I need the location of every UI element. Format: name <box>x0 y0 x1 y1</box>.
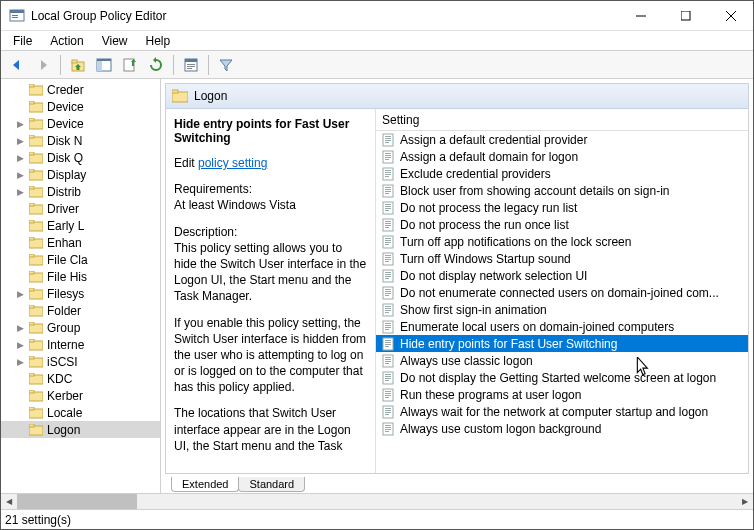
tree-pane[interactable]: CrederDevice▶Device▶Disk N▶Disk Q▶Displa… <box>1 79 161 493</box>
menu-help[interactable]: Help <box>138 32 179 50</box>
tree-item[interactable]: Kerber <box>1 387 160 404</box>
setting-row[interactable]: Exclude credential providers <box>376 165 748 182</box>
tree-item[interactable]: Early L <box>1 217 160 234</box>
tree-item[interactable]: ▶Disk Q <box>1 149 160 166</box>
tree-item[interactable]: ▶Device <box>1 115 160 132</box>
chevron-right-icon: ▶ <box>15 357 25 367</box>
tree-item[interactable]: Locale <box>1 404 160 421</box>
setting-row[interactable]: Turn off app notifications on the lock s… <box>376 233 748 250</box>
svg-rect-42 <box>29 271 34 274</box>
svg-rect-110 <box>385 291 391 292</box>
setting-row[interactable]: Always use custom logon background <box>376 420 748 437</box>
svg-rect-126 <box>385 344 391 345</box>
setting-row[interactable]: Always use classic logon <box>376 352 748 369</box>
list-header[interactable]: Setting <box>376 109 748 131</box>
tree-item-label: Creder <box>47 83 84 97</box>
back-button[interactable] <box>5 53 29 77</box>
tree-item[interactable]: ▶Display <box>1 166 160 183</box>
filter-button[interactable] <box>214 53 238 77</box>
tree-item[interactable]: ▶Interne <box>1 336 160 353</box>
menu-action[interactable]: Action <box>42 32 91 50</box>
svg-rect-76 <box>385 174 391 175</box>
list-body[interactable]: Assign a default credential providerAssi… <box>376 131 748 473</box>
setting-row[interactable]: Enumerate local users on domain-joined c… <box>376 318 748 335</box>
requirements-label: Requirements: <box>174 182 252 196</box>
scroll-thumb[interactable] <box>17 494 137 509</box>
tree-item[interactable]: Folder <box>1 302 160 319</box>
setting-row[interactable]: Do not enumerate connected users on doma… <box>376 284 748 301</box>
svg-rect-125 <box>385 342 391 343</box>
svg-rect-52 <box>29 356 34 359</box>
tree-item[interactable]: ▶iSCSI <box>1 353 160 370</box>
setting-row[interactable]: Do not process the legacy run list <box>376 199 748 216</box>
setting-row[interactable]: Assign a default domain for logon <box>376 148 748 165</box>
setting-row[interactable]: Do not display network selection UI <box>376 267 748 284</box>
setting-row[interactable]: Assign a default credential provider <box>376 131 748 148</box>
svg-rect-16 <box>187 64 195 65</box>
tree-item[interactable]: Device <box>1 98 160 115</box>
tree-item[interactable]: File Cla <box>1 251 160 268</box>
tree-item[interactable]: ▶Group <box>1 319 160 336</box>
tree-item[interactable]: KDC <box>1 370 160 387</box>
svg-rect-102 <box>385 261 389 262</box>
export-list-button[interactable] <box>118 53 142 77</box>
scroll-left-icon[interactable]: ◀ <box>1 494 17 509</box>
setting-row[interactable]: Do not display the Getting Started welco… <box>376 369 748 386</box>
forward-button[interactable] <box>31 53 55 77</box>
tree-item[interactable]: ▶Disk N <box>1 132 160 149</box>
setting-label: Block user from showing account details … <box>400 184 669 198</box>
tree-item-label: Disk N <box>47 134 82 148</box>
svg-rect-64 <box>385 136 391 137</box>
tree-item[interactable]: Driver <box>1 200 160 217</box>
refresh-button[interactable] <box>144 53 168 77</box>
svg-rect-15 <box>185 59 197 62</box>
setting-row[interactable]: Turn off Windows Startup sound <box>376 250 748 267</box>
svg-rect-95 <box>385 240 391 241</box>
svg-rect-131 <box>385 361 391 362</box>
tree-item[interactable]: Creder <box>1 81 160 98</box>
svg-rect-85 <box>385 206 391 207</box>
svg-rect-140 <box>385 393 391 394</box>
tab-extended[interactable]: Extended <box>171 477 239 492</box>
tree-item[interactable]: ▶Distrib <box>1 183 160 200</box>
maximize-button[interactable] <box>663 1 708 31</box>
setting-row[interactable]: Show first sign-in animation <box>376 301 748 318</box>
show-hide-tree-button[interactable] <box>92 53 116 77</box>
svg-rect-50 <box>29 339 34 342</box>
scroll-right-icon[interactable]: ▶ <box>737 494 753 509</box>
svg-rect-114 <box>385 306 391 307</box>
setting-label: Exclude credential providers <box>400 167 551 181</box>
svg-rect-122 <box>385 329 389 330</box>
svg-rect-32 <box>29 186 34 189</box>
setting-label: Do not display the Getting Started welco… <box>400 371 716 385</box>
svg-rect-145 <box>385 410 391 411</box>
menu-file[interactable]: File <box>5 32 40 50</box>
svg-rect-30 <box>29 169 34 172</box>
toolbar-separator <box>208 55 209 75</box>
setting-row[interactable]: Always wait for the network at computer … <box>376 403 748 420</box>
menu-view[interactable]: View <box>94 32 136 50</box>
svg-rect-97 <box>385 244 389 245</box>
tree-item[interactable]: Logon <box>1 421 160 438</box>
setting-row[interactable]: Block user from showing account details … <box>376 182 748 199</box>
tree-item[interactable]: Enhan <box>1 234 160 251</box>
svg-rect-116 <box>385 310 391 311</box>
svg-rect-9 <box>72 60 77 63</box>
edit-policy-link[interactable]: policy setting <box>198 156 267 170</box>
svg-rect-3 <box>12 17 18 18</box>
tab-standard[interactable]: Standard <box>238 477 305 492</box>
up-button[interactable] <box>66 53 90 77</box>
setting-row[interactable]: Hide entry points for Fast User Switchin… <box>376 335 748 352</box>
horizontal-scrollbar[interactable]: ◀ ▶ <box>1 493 753 509</box>
minimize-button[interactable] <box>618 1 663 31</box>
properties-button[interactable] <box>179 53 203 77</box>
tree-item[interactable]: File His <box>1 268 160 285</box>
svg-rect-115 <box>385 308 391 309</box>
setting-row[interactable]: Run these programs at user logon <box>376 386 748 403</box>
tree-item-label: iSCSI <box>47 355 78 369</box>
setting-row[interactable]: Do not process the run once list <box>376 216 748 233</box>
tree-item[interactable]: ▶Filesys <box>1 285 160 302</box>
close-button[interactable] <box>708 1 753 31</box>
setting-label: Do not enumerate connected users on doma… <box>400 286 719 300</box>
svg-rect-92 <box>385 227 389 228</box>
